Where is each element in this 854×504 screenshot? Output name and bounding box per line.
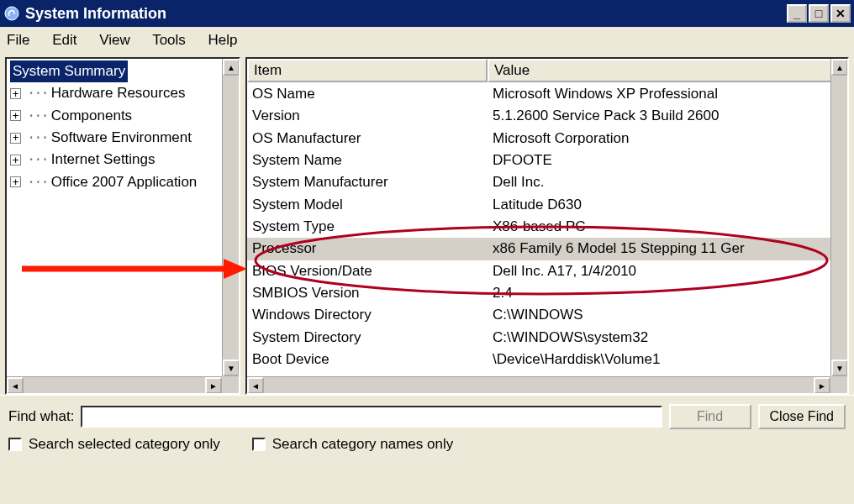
scroll-right-icon[interactable]: ► bbox=[814, 377, 830, 394]
menu-tools[interactable]: Tools bbox=[152, 32, 186, 48]
tree-item-hardware-resources[interactable]: +··· Hardware Resources bbox=[7, 82, 239, 104]
list-row[interactable]: Processorx86 Family 6 Model 15 Stepping … bbox=[247, 238, 847, 260]
scroll-up-icon[interactable]: ▲ bbox=[223, 59, 240, 76]
list-row[interactable]: System ManufacturerDell Inc. bbox=[247, 171, 847, 193]
cell-item: Boot Device bbox=[252, 349, 493, 370]
cell-value: 2.4 bbox=[493, 282, 842, 304]
list-scrollbar-vertical[interactable]: ▲ ▼ bbox=[830, 59, 847, 376]
list-header: Item Value bbox=[247, 59, 847, 82]
list-row[interactable]: System TypeX86-based PC bbox=[247, 216, 847, 238]
cell-value: Microsoft Windows XP Professional bbox=[493, 83, 842, 105]
find-input[interactable] bbox=[81, 406, 662, 428]
scroll-left-icon[interactable]: ◄ bbox=[247, 377, 264, 394]
list-row[interactable]: System ModelLatitude D630 bbox=[247, 194, 847, 216]
navigation-tree-pane: System Summary +··· Hardware Resources +… bbox=[5, 57, 240, 395]
tree-item-software-environment[interactable]: +··· Software Environment bbox=[7, 127, 239, 149]
tree-item-components[interactable]: +··· Components bbox=[7, 105, 239, 127]
svg-point-0 bbox=[5, 7, 18, 20]
cell-value: Latitude D630 bbox=[493, 194, 842, 216]
find-label: Find what: bbox=[8, 408, 74, 425]
minimize-button[interactable]: _ bbox=[787, 4, 807, 23]
find-bar: Find what: Find Close Find bbox=[0, 395, 854, 434]
list-row[interactable]: Boot Device\Device\Harddisk\Volume1 bbox=[247, 349, 847, 370]
cell-value: X86-based PC bbox=[493, 216, 842, 238]
cell-value: \Device\Harddisk\Volume1 bbox=[493, 349, 842, 370]
cell-value: 5.1.2600 Service Pack 3 Build 2600 bbox=[493, 105, 842, 127]
checkbox-search-category-names[interactable]: Search category names only bbox=[252, 436, 453, 453]
column-header-value[interactable]: Value bbox=[488, 59, 847, 82]
close-find-button[interactable]: Close Find bbox=[758, 404, 846, 429]
list-row[interactable]: SMBIOS Version2.4 bbox=[247, 282, 847, 304]
find-options: Search selected category only Search cat… bbox=[0, 434, 854, 459]
scroll-down-icon[interactable]: ▼ bbox=[223, 360, 240, 376]
close-button[interactable]: ✕ bbox=[830, 4, 851, 23]
tree-scrollbar-horizontal[interactable]: ◄ ► bbox=[7, 376, 222, 393]
expand-icon[interactable]: + bbox=[10, 88, 21, 99]
scrollbar-corner bbox=[222, 376, 239, 393]
details-list-pane: Item Value OS NameMicrosoft Windows XP P… bbox=[245, 57, 849, 395]
tree-item-internet-settings[interactable]: +··· Internet Settings bbox=[7, 149, 239, 171]
scroll-left-icon[interactable]: ◄ bbox=[7, 377, 24, 394]
tree-item-system-summary[interactable]: System Summary bbox=[7, 60, 239, 82]
menu-help[interactable]: Help bbox=[208, 32, 238, 48]
cell-item: Version bbox=[252, 105, 493, 127]
cell-item: BIOS Version/Date bbox=[252, 260, 493, 282]
column-header-item[interactable]: Item bbox=[247, 59, 488, 82]
menu-file[interactable]: File bbox=[7, 32, 29, 48]
list-scrollbar-horizontal[interactable]: ◄ ► bbox=[247, 376, 830, 393]
scrollbar-corner bbox=[830, 376, 847, 393]
scroll-up-icon[interactable]: ▲ bbox=[831, 59, 848, 76]
checkbox-search-selected-category[interactable]: Search selected category only bbox=[8, 436, 220, 453]
cell-value: C:\WINDOWS\system32 bbox=[493, 327, 842, 349]
list-row[interactable]: Windows DirectoryC:\WINDOWS bbox=[247, 304, 847, 326]
scroll-right-icon[interactable]: ► bbox=[205, 377, 222, 394]
expand-icon[interactable]: + bbox=[10, 133, 21, 144]
tree-scrollbar-vertical[interactable]: ▲ ▼ bbox=[222, 59, 239, 376]
cell-item: Processor bbox=[252, 238, 493, 260]
cell-item: System Model bbox=[252, 194, 493, 216]
maximize-button[interactable]: □ bbox=[809, 4, 829, 23]
window-titlebar: System Information _ □ ✕ bbox=[0, 0, 854, 27]
list-row[interactable]: System NameDFOOTE bbox=[247, 150, 847, 171]
cell-item: System Directory bbox=[252, 327, 493, 349]
checkbox-icon[interactable] bbox=[252, 438, 266, 451]
menu-bar: File Edit View Tools Help bbox=[0, 27, 854, 54]
cell-value: DFOOTE bbox=[493, 150, 842, 171]
list-row[interactable]: Version5.1.2600 Service Pack 3 Build 260… bbox=[247, 105, 847, 127]
list-row[interactable]: System DirectoryC:\WINDOWS\system32 bbox=[247, 327, 847, 349]
cell-value: Dell Inc. A17, 1/4/2010 bbox=[493, 260, 842, 282]
expand-icon[interactable]: + bbox=[10, 155, 21, 165]
tree-item-office-2007-application[interactable]: +··· Office 2007 Application bbox=[7, 171, 239, 193]
cell-value: Dell Inc. bbox=[493, 171, 842, 193]
cell-item: System Name bbox=[252, 150, 493, 171]
cell-value: Microsoft Corporation bbox=[493, 128, 842, 150]
cell-item: OS Manufacturer bbox=[252, 128, 493, 150]
expand-icon[interactable]: + bbox=[10, 176, 21, 187]
expand-icon[interactable]: + bbox=[10, 110, 21, 121]
menu-view[interactable]: View bbox=[99, 32, 130, 48]
cell-item: System Manufacturer bbox=[252, 171, 493, 193]
window-title: System Information bbox=[25, 5, 166, 23]
checkbox-icon[interactable] bbox=[8, 438, 22, 451]
app-icon bbox=[3, 5, 20, 22]
menu-edit[interactable]: Edit bbox=[52, 32, 76, 48]
list-row[interactable]: OS NameMicrosoft Windows XP Professional bbox=[247, 83, 847, 105]
list-row[interactable]: OS ManufacturerMicrosoft Corporation bbox=[247, 128, 847, 150]
cell-item: Windows Directory bbox=[252, 304, 493, 326]
cell-item: System Type bbox=[252, 216, 493, 238]
cell-value: C:\WINDOWS bbox=[493, 304, 842, 326]
cell-item: SMBIOS Version bbox=[252, 282, 493, 304]
cell-value: x86 Family 6 Model 15 Stepping 11 Ger bbox=[493, 238, 842, 260]
cell-item: OS Name bbox=[252, 83, 493, 105]
scroll-down-icon[interactable]: ▼ bbox=[831, 360, 848, 376]
list-row[interactable]: BIOS Version/DateDell Inc. A17, 1/4/2010 bbox=[247, 260, 847, 282]
find-button[interactable]: Find bbox=[669, 404, 751, 429]
